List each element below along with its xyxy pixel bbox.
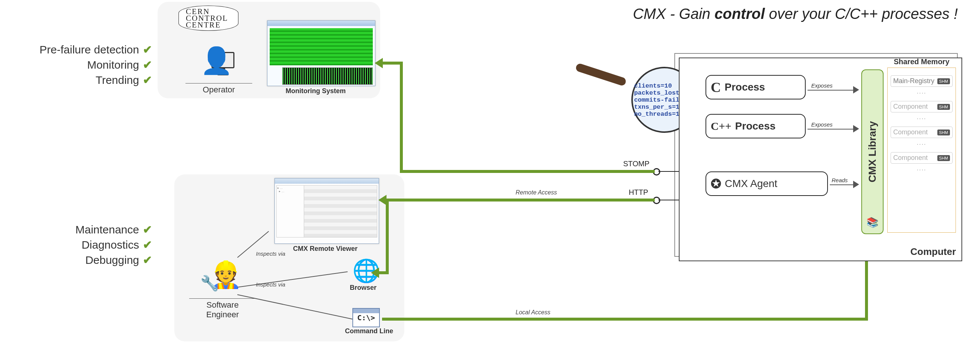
window-titlebar bbox=[275, 178, 379, 184]
shared-memory-box: Shared Memory Main-Registry SHM ···· Com… bbox=[887, 67, 956, 233]
cpp-lang-icon: C++ bbox=[711, 120, 732, 132]
inspects-via-label: Inspects via bbox=[256, 250, 285, 257]
check-icon: ✔ bbox=[143, 238, 152, 251]
check-icon: ✔ bbox=[143, 223, 152, 236]
c-lang-icon: C bbox=[711, 79, 721, 96]
arrow-segment bbox=[382, 318, 868, 321]
c-process-box: C Process bbox=[705, 75, 806, 99]
engineer-benefits: Maintenance✔ Diagnostics✔ Debugging✔ bbox=[11, 221, 152, 269]
cmx-library-label: CMX Library bbox=[867, 121, 878, 183]
shared-memory-label: Shared Memory bbox=[888, 57, 956, 229]
connector-line bbox=[830, 185, 854, 185]
benefit-label: Debugging bbox=[85, 254, 139, 266]
compass-icon: ✪ bbox=[711, 176, 721, 191]
arrow-segment bbox=[386, 199, 655, 202]
arrow-segment bbox=[379, 271, 389, 274]
remote-access-label: Remote Access bbox=[515, 189, 557, 196]
arrow-head-icon bbox=[853, 125, 859, 132]
engineer-label: Software Engineer bbox=[189, 298, 256, 320]
arrow-head-icon bbox=[371, 268, 379, 278]
title-pre: CMX - Gain bbox=[633, 6, 714, 22]
check-icon: ✔ bbox=[143, 58, 152, 71]
arrow-segment bbox=[382, 62, 403, 65]
benefit-label: Monitoring bbox=[87, 59, 139, 71]
connector-line bbox=[659, 200, 681, 201]
cmx-agent-label: CMX Agent bbox=[725, 178, 778, 190]
operator-avatar-icon: 👤 bbox=[200, 48, 232, 73]
cmx-remote-viewer-label: CMX Remote Viewer bbox=[293, 245, 358, 253]
books-icon: 📚 bbox=[867, 217, 878, 228]
monitoring-system-label: Monitoring System bbox=[286, 87, 346, 95]
process-label: Process bbox=[724, 81, 765, 93]
exposes-label: Exposes bbox=[811, 121, 833, 127]
magnifier-handle-icon bbox=[575, 63, 627, 86]
monitoring-system-window bbox=[267, 21, 375, 86]
command-prompt-text: C:\> bbox=[357, 313, 375, 322]
operator-figure: 👤 Operator bbox=[186, 52, 252, 95]
protocol-http-label: HTTP bbox=[629, 188, 648, 197]
engineer-label-l2: Engineer bbox=[206, 310, 239, 319]
cpp-process-box: C++ Process bbox=[705, 114, 806, 139]
command-line-label: Command Line bbox=[345, 327, 393, 335]
engineer-figure: 👷 🔧 Software Engineer bbox=[189, 263, 256, 320]
arrow-segment bbox=[401, 170, 655, 173]
remote-viewer-grid bbox=[304, 185, 377, 237]
reads-label: Reads bbox=[832, 177, 848, 183]
terminal-icon: C:\> bbox=[352, 308, 380, 327]
cmx-remote-viewer-window: ▸ … ▸ … bbox=[275, 178, 379, 244]
magnifier: clients=10 packets_lost=0 commits-failed… bbox=[616, 67, 686, 115]
benefit-label: Pre-failure detection bbox=[40, 43, 139, 56]
benefit-label: Diagnostics bbox=[82, 239, 139, 251]
benefit-label: Trending bbox=[96, 74, 139, 86]
arrow-head-icon bbox=[379, 195, 387, 205]
ccc-line: ENTRE bbox=[192, 21, 221, 29]
monitoring-rows bbox=[270, 28, 373, 65]
arrow-head-icon bbox=[375, 58, 383, 68]
window-titlebar bbox=[267, 21, 375, 26]
operator-label: Operator bbox=[186, 83, 252, 95]
check-icon: ✔ bbox=[143, 253, 152, 266]
page-title: CMX - Gain control over your C/C++ proce… bbox=[633, 6, 958, 22]
inspects-via-label: Inspects via bbox=[256, 281, 285, 288]
cern-control-centre-logo: CERN CONTROL CENTRE bbox=[178, 6, 239, 31]
computer-box: C Process C++ Process ✪ CMX Agent Expose… bbox=[679, 57, 962, 261]
remote-viewer-tree: ▸ … ▸ … bbox=[276, 185, 304, 237]
cmx-library-box: 📚 CMX Library bbox=[861, 69, 883, 234]
connector-line bbox=[659, 171, 681, 172]
computer-label: Computer bbox=[910, 246, 956, 258]
process-label: Process bbox=[735, 120, 776, 132]
browser-label: Browser bbox=[350, 284, 377, 291]
engineer-label-l1: Software bbox=[207, 300, 239, 309]
cmx-agent-box: ✪ CMX Agent bbox=[705, 172, 828, 196]
check-icon: ✔ bbox=[143, 73, 152, 86]
local-access-label: Local Access bbox=[515, 309, 550, 316]
operator-benefits: Pre-failure detection✔ Monitoring✔ Trend… bbox=[11, 41, 152, 89]
arrow-head-icon bbox=[853, 86, 859, 94]
arrow-segment bbox=[386, 201, 389, 273]
monitoring-waveform bbox=[282, 67, 373, 84]
arrow-head-icon bbox=[853, 181, 859, 188]
connector-line bbox=[808, 90, 854, 91]
title-bold: control bbox=[714, 6, 765, 22]
check-icon: ✔ bbox=[143, 43, 152, 56]
exposes-label: Exposes bbox=[811, 82, 833, 89]
arrow-segment bbox=[400, 63, 403, 173]
wrench-icon: 🔧 bbox=[200, 275, 219, 292]
title-post: over your C/C++ processes ! bbox=[765, 6, 958, 22]
benefit-label: Maintenance bbox=[75, 223, 139, 236]
protocol-stomp-label: STOMP bbox=[623, 159, 649, 168]
connector-line bbox=[808, 129, 854, 129]
